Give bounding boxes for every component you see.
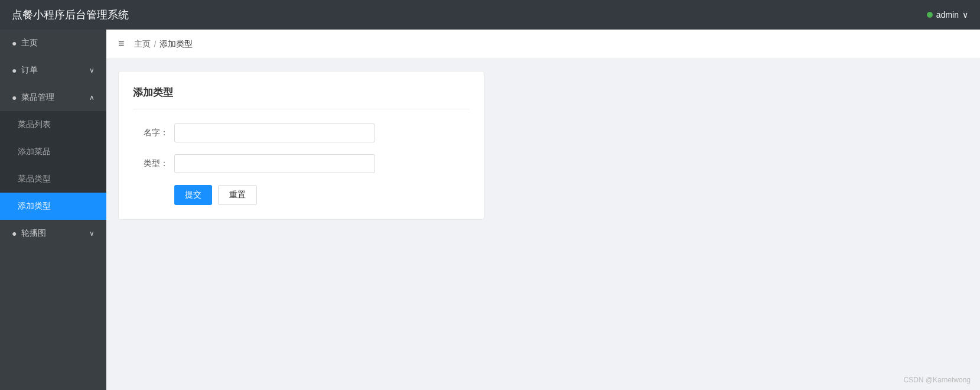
dish-category-label: 菜品类型 xyxy=(18,174,51,184)
sidebar-item-add-dish[interactable]: 添加菜品 xyxy=(0,138,106,165)
breadcrumb-current: 添加类型 xyxy=(159,39,193,50)
sidebar-label-menu-mgmt: 菜品管理 xyxy=(21,92,54,103)
button-row: 提交 重置 xyxy=(133,185,470,205)
breadcrumb-separator: / xyxy=(154,40,157,49)
sidebar-item-add-category[interactable]: 添加类型 xyxy=(0,193,106,220)
sidebar-item-home[interactable]: ● 主页 xyxy=(0,30,106,57)
user-status-dot xyxy=(927,12,933,18)
type-field-row: 类型： xyxy=(133,154,470,173)
sidebar-item-carousel[interactable]: ● 轮播图 ∨ xyxy=(0,220,106,247)
carousel-chevron-icon: ∨ xyxy=(89,229,95,238)
sidebar: ● 主页 ● 订单 ∨ ● 菜品管理 ∧ 菜品列表 xyxy=(0,30,106,390)
breadcrumb-home[interactable]: 主页 xyxy=(134,39,151,50)
header: 点餐小程序后台管理系统 admin ∨ xyxy=(0,0,980,30)
name-label: 名字： xyxy=(133,128,168,138)
main-content: ≡ 主页 / 添加类型 添加类型 名字： 类型： xyxy=(106,30,980,390)
home-icon: ● xyxy=(12,38,17,48)
submit-button[interactable]: 提交 xyxy=(174,185,212,205)
add-category-card: 添加类型 名字： 类型： 提交 重置 xyxy=(118,71,484,220)
sidebar-label-carousel: 轮播图 xyxy=(21,228,46,239)
user-chevron-icon: ∨ xyxy=(962,10,968,20)
add-category-label: 添加类型 xyxy=(18,201,51,212)
username-label: admin xyxy=(936,10,959,20)
name-input[interactable] xyxy=(174,124,375,142)
menu-mgmt-chevron-icon: ∧ xyxy=(89,93,95,102)
user-menu[interactable]: admin ∨ xyxy=(927,10,968,20)
body-container: ● 主页 ● 订单 ∨ ● 菜品管理 ∧ 菜品列表 xyxy=(0,30,980,390)
menu-mgmt-icon: ● xyxy=(12,93,17,102)
topbar: ≡ 主页 / 添加类型 xyxy=(106,30,980,59)
card-title: 添加类型 xyxy=(133,86,470,109)
orders-chevron-icon: ∨ xyxy=(89,66,95,74)
sidebar-item-dish-list[interactable]: 菜品列表 xyxy=(0,111,106,138)
type-input[interactable] xyxy=(174,154,375,173)
reset-button[interactable]: 重置 xyxy=(218,185,257,205)
sidebar-item-orders[interactable]: ● 订单 ∨ xyxy=(0,57,106,84)
sidebar-label-home: 主页 xyxy=(21,38,38,48)
sidebar-item-dish-category[interactable]: 菜品类型 xyxy=(0,165,106,193)
sidebar-toggle-button[interactable]: ≡ xyxy=(118,38,125,50)
add-dish-label: 添加菜品 xyxy=(18,147,51,157)
name-field-row: 名字： xyxy=(133,124,470,142)
sidebar-label-orders: 订单 xyxy=(21,65,38,76)
orders-icon: ● xyxy=(12,66,17,75)
content-area: 添加类型 名字： 类型： 提交 重置 xyxy=(106,59,980,390)
submenu-menu-mgmt: 菜品列表 添加菜品 菜品类型 添加类型 xyxy=(0,111,106,220)
app-title: 点餐小程序后台管理系统 xyxy=(12,8,129,22)
sidebar-item-menu-mgmt[interactable]: ● 菜品管理 ∧ xyxy=(0,84,106,111)
type-label: 类型： xyxy=(133,158,168,169)
carousel-icon: ● xyxy=(12,229,17,238)
dish-list-label: 菜品列表 xyxy=(18,119,51,130)
breadcrumb: 主页 / 添加类型 xyxy=(134,39,193,50)
watermark: CSDN @Karnetwong xyxy=(903,376,971,384)
